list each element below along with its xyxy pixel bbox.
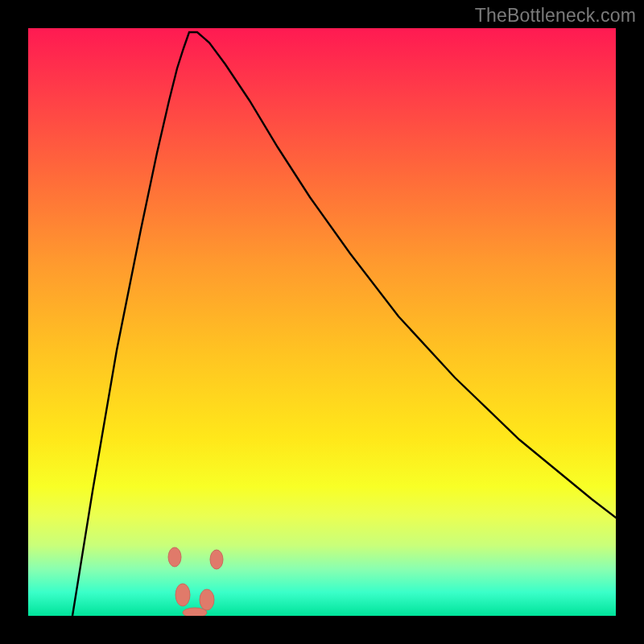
plot-area: [28, 28, 616, 616]
bottleneck-curve: [72, 32, 616, 616]
marker-bottom: [183, 608, 207, 616]
chart-frame: TheBottleneck.com: [0, 0, 644, 644]
chart-svg: [28, 28, 616, 616]
marker-left-lower: [175, 584, 190, 606]
marker-left-upper: [168, 547, 181, 567]
marker-right-lower: [200, 589, 214, 610]
curve-markers: [168, 547, 223, 616]
marker-right-upper: [210, 550, 223, 569]
watermark-text: TheBottleneck.com: [475, 5, 636, 27]
